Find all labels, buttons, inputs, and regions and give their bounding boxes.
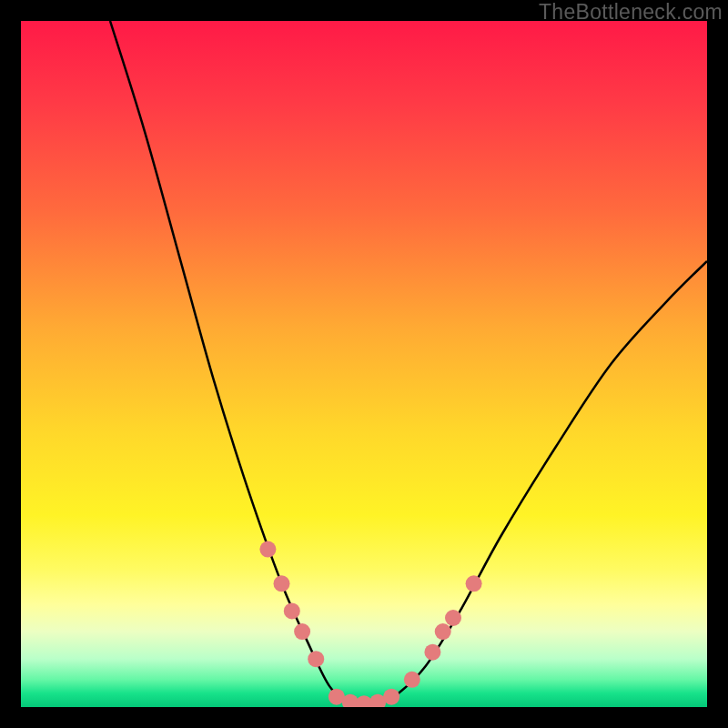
chart-frame bbox=[21, 21, 707, 707]
bottleneck-curve-svg bbox=[21, 21, 707, 707]
curve-marker bbox=[466, 575, 482, 592]
curve-marker bbox=[383, 689, 399, 705]
curve-marker bbox=[294, 623, 310, 640]
curve-marker bbox=[308, 651, 324, 667]
curve-marker bbox=[404, 672, 420, 688]
curve-marker bbox=[435, 623, 451, 640]
curve-marker bbox=[445, 610, 461, 626]
bottleneck-curve bbox=[110, 21, 707, 705]
curve-marker bbox=[274, 575, 290, 592]
curve-marker bbox=[424, 644, 440, 661]
curve-markers-group bbox=[259, 541, 481, 707]
curve-marker bbox=[284, 602, 300, 619]
watermark-text: TheBottleneck.com bbox=[539, 0, 723, 25]
curve-marker bbox=[259, 541, 276, 558]
